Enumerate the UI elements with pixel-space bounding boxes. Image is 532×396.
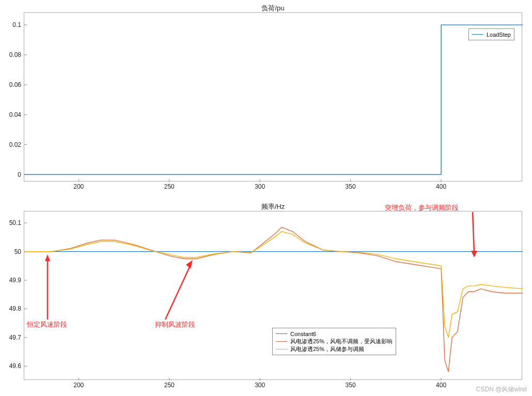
watermark: CSDN @风储wind: [476, 385, 527, 394]
legend-swatch: [276, 349, 287, 349]
plot-area-1: [24, 13, 523, 182]
x-tick-label: 350: [346, 379, 356, 389]
y-tick-label: 0.1: [12, 21, 24, 28]
chart-title-2: 频率/Hz: [261, 202, 285, 211]
y-tick-label: 0.04: [9, 111, 24, 118]
y-tick-label: 49.7: [9, 334, 24, 341]
y-tick-label: 49.8: [9, 305, 24, 312]
y-tick-label: 50.1: [9, 219, 24, 226]
x-tick-label: 300: [255, 181, 265, 190]
x-tick-label: 250: [164, 181, 175, 190]
legend-item: 风电渗透25%，风电不调频，受风速影响: [276, 338, 393, 345]
y-tick-label: 0.02: [9, 141, 24, 148]
legend-swatch: [276, 341, 287, 342]
y-tick-label: 50: [14, 248, 24, 255]
legend-swatch: [276, 333, 287, 334]
legend-swatch: [472, 34, 483, 35]
y-tick-label: 49.6: [9, 362, 24, 370]
chart-title-1: 负荷/pu: [261, 4, 284, 13]
y-tick-label: 0: [18, 171, 24, 178]
x-tick-label: 350: [346, 181, 356, 190]
chart-load: 负荷/pu LoadStep 00.020.040.060.080.120025…: [24, 12, 522, 181]
y-tick-label: 0.06: [9, 81, 24, 88]
x-tick-label: 200: [73, 379, 84, 389]
x-tick-label: 250: [164, 379, 175, 389]
legend-item: Constant6: [276, 330, 393, 338]
legend-label: 风电渗透25%，风电不调频，受风速影响: [290, 338, 393, 345]
legend-label: LoadStep: [487, 32, 511, 38]
annotation-constant-wind: 恒定风速阶段: [27, 320, 67, 329]
y-tick-label: 0.08: [9, 51, 24, 58]
x-tick-label: 200: [73, 181, 84, 190]
series-line: [24, 25, 523, 174]
legend-label: Constant6: [290, 331, 316, 337]
annotation-load-step: 突增负荷，参与调频阶段: [385, 203, 459, 212]
annotation-suppress-wave: 抑制风波阶段: [155, 320, 195, 329]
chart-frequency: 频率/Hz Constant6 风电渗透25%，风电不调频，受风速影响 风电渗透…: [24, 211, 522, 380]
legend-label: 风电渗透25%，风储参与调频: [290, 345, 364, 353]
x-tick-label: 400: [436, 379, 446, 389]
x-tick-label: 400: [436, 181, 446, 190]
legend-item: LoadStep: [472, 31, 511, 38]
legend-item: 风电渗透25%，风储参与调频: [276, 345, 393, 353]
x-tick-label: 300: [255, 379, 265, 389]
y-tick-label: 49.9: [9, 277, 24, 284]
series-line: [24, 232, 523, 338]
legend-1: LoadStep: [468, 28, 514, 40]
legend-2: Constant6 风电渗透25%，风电不调频，受风速影响 风电渗透25%，风储…: [272, 328, 396, 355]
